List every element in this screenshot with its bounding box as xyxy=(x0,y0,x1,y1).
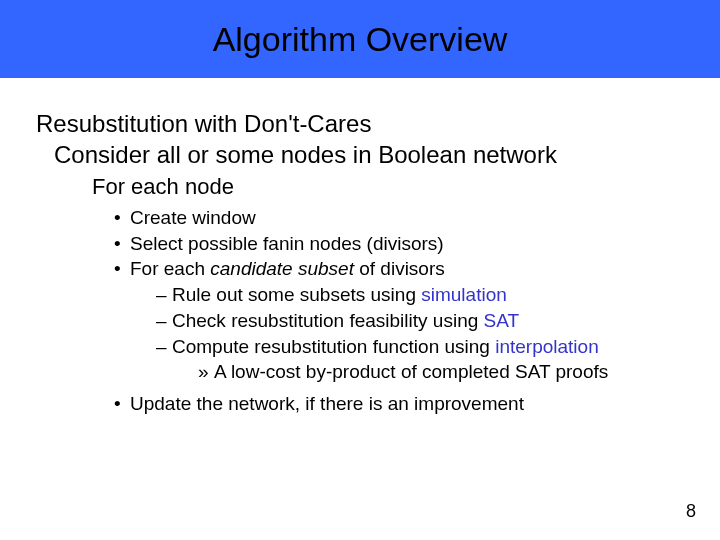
bullet-emphasis: candidate subset xyxy=(210,258,354,279)
bullet-text: of divisors xyxy=(354,258,445,279)
bullet-text: For each xyxy=(130,258,210,279)
dash-text: Compute resubstitution function using xyxy=(172,336,495,357)
bullet-select-fanin: Select possible fanin nodes (divisors) xyxy=(130,232,720,256)
bullet-list: Create window Select possible fanin node… xyxy=(36,206,720,416)
highlight-interpolation: interpolation xyxy=(495,336,599,357)
slide-title: Algorithm Overview xyxy=(213,20,508,59)
heading: Resubstitution with Don't-Cares xyxy=(36,110,720,139)
dash-interpolation: Compute resubstitution function using in… xyxy=(172,335,720,359)
subheading-2: For each node xyxy=(92,174,720,200)
dash-simulation: Rule out some subsets using simulation xyxy=(172,283,720,307)
dash-text: Check resubstitution feasibility using xyxy=(172,310,484,331)
highlight-simulation: simulation xyxy=(421,284,507,305)
title-bar: Algorithm Overview xyxy=(0,0,720,78)
dash-sat: Check resubstitution feasibility using S… xyxy=(172,309,720,333)
bullet-candidate-subset: For each candidate subset of divisors xyxy=(130,257,720,281)
highlight-sat: SAT xyxy=(484,310,520,331)
dash-text: Rule out some subsets using xyxy=(172,284,421,305)
slide: Algorithm Overview Resubstitution with D… xyxy=(0,0,720,540)
slide-body: Resubstitution with Don't-Cares Consider… xyxy=(0,78,720,416)
bullet-create-window: Create window xyxy=(130,206,720,230)
page-number: 8 xyxy=(686,501,696,522)
subheading-1: Consider all or some nodes in Boolean ne… xyxy=(54,141,720,170)
subdash-proof: A low-cost by-product of completed SAT p… xyxy=(214,360,720,384)
bullet-update-network: Update the network, if there is an impro… xyxy=(130,392,720,416)
